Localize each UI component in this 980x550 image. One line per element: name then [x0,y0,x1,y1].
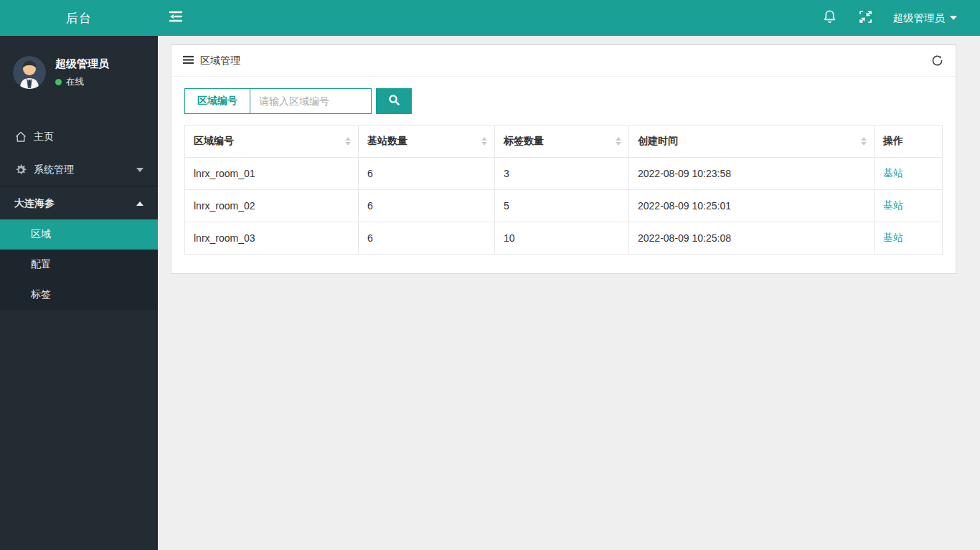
column-header-stations[interactable]: 基站数量 [359,125,495,158]
cell-stations: 6 [359,222,495,255]
fullscreen-toggle-button[interactable] [853,0,879,36]
sidebar-item-label: 大连海参 [14,197,55,210]
home-icon [14,131,27,143]
column-header-created[interactable]: 创建时间 [629,125,875,158]
sidebar-item-label: 标签 [31,288,51,301]
cell-stations: 6 [359,190,495,222]
table-row: lnrx_room_02 6 5 2022-08-09 10:25:01 基站 [185,190,943,222]
gear-icon [14,164,27,176]
cell-stations: 6 [359,158,495,190]
user-meta: 超级管理员 在线 [55,57,109,88]
user-status: 在线 [55,76,109,88]
avatar [13,56,46,89]
sort-icon[interactable] [616,137,621,146]
panel-body: 区域编号 区域编号 [171,77,956,273]
search-input[interactable] [250,89,371,113]
column-header-region[interactable]: 区域编号 [185,125,359,158]
chevron-up-icon [136,201,143,206]
cell-region: lnrx_room_03 [185,222,359,255]
sort-icon[interactable] [345,137,351,146]
sidebar-item-system[interactable]: 系统管理 [0,153,158,186]
sidebar-item-config[interactable]: 配置 [0,250,158,280]
sidebar: 超级管理员 在线 主页 系统管理 大连海参 区域 [0,36,158,550]
online-dot-icon [55,79,62,85]
table-header-row: 区域编号 基站数量 标签数量 创建时间 [185,125,943,158]
column-header-label: 基站数量 [367,135,407,146]
user-panel: 超级管理员 在线 [0,36,158,110]
sidebar-item-home[interactable]: 主页 [0,120,158,153]
chevron-down-icon [136,168,143,172]
panel-title: 区域管理 [200,54,240,67]
main-content: 区域管理 区域编号 [158,29,980,514]
cell-tags: 3 [495,158,629,190]
sort-icon[interactable] [481,137,487,146]
cell-tags: 10 [495,222,629,255]
compress-icon [859,10,872,27]
user-menu-button[interactable]: 超级管理员 [889,0,962,36]
search-icon [388,94,400,108]
cell-created: 2022-08-09 10:23:58 [629,158,875,190]
user-status-label: 在线 [66,76,84,88]
cell-region: lnrx_room_02 [185,190,359,222]
sidebar-collapse-button[interactable] [158,0,194,36]
sidebar-item-label: 系统管理 [34,163,74,176]
user-menu-label: 超级管理员 [893,11,946,25]
column-header-action: 操作 [875,125,943,158]
base-station-link[interactable]: 基站 [883,167,903,179]
sidebar-item-label: 区域 [31,228,51,241]
search-row: 区域编号 [184,88,943,114]
topbar-right: 超级管理员 [817,0,980,36]
region-table: 区域编号 基站数量 标签数量 创建时间 [184,125,943,255]
menu-icon [183,54,194,67]
sidebar-nav: 主页 系统管理 大连海参 区域 配置 标签 [0,120,158,310]
app-brand: 后台 [0,10,158,27]
column-header-label: 区域编号 [194,135,234,146]
cell-created: 2022-08-09 10:25:08 [629,222,875,255]
sidebar-item-label: 主页 [34,131,54,143]
base-station-link[interactable]: 基站 [883,199,903,211]
column-header-tags[interactable]: 标签数量 [495,125,629,158]
panel-header: 区域管理 [171,45,956,77]
table-row: lnrx_room_03 6 10 2022-08-09 10:25:08 基站 [185,222,943,255]
chevron-down-icon [950,16,957,20]
user-name: 超级管理员 [55,57,109,71]
cell-tags: 5 [495,190,629,222]
search-field-label: 区域编号 [185,89,250,113]
sidebar-item-tag[interactable]: 标签 [0,280,158,310]
cell-created: 2022-08-09 10:25:01 [629,190,875,222]
sidebar-submenu: 区域 配置 标签 [0,219,158,310]
column-header-label: 操作 [883,135,903,146]
refresh-button[interactable] [930,54,944,67]
bell-icon [823,9,837,27]
sidebar-item-region[interactable]: 区域 [0,219,158,250]
sidebar-item-dalian[interactable]: 大连海参 [0,186,158,219]
table-row: lnrx_room_01 6 3 2022-08-09 10:23:58 基站 [185,158,943,190]
region-panel: 区域管理 区域编号 [171,44,956,274]
search-group: 区域编号 [184,88,372,114]
search-button[interactable] [376,88,412,114]
topbar: 后台 超级管理员 [0,0,980,36]
notifications-button[interactable] [817,0,843,36]
sort-icon[interactable] [861,137,867,146]
column-header-label: 标签数量 [504,135,544,146]
base-station-link[interactable]: 基站 [883,232,903,243]
outdent-icon [169,10,183,26]
sidebar-item-label: 配置 [31,258,51,271]
cell-region: lnrx_room_01 [185,158,359,190]
column-header-label: 创建时间 [638,135,678,146]
